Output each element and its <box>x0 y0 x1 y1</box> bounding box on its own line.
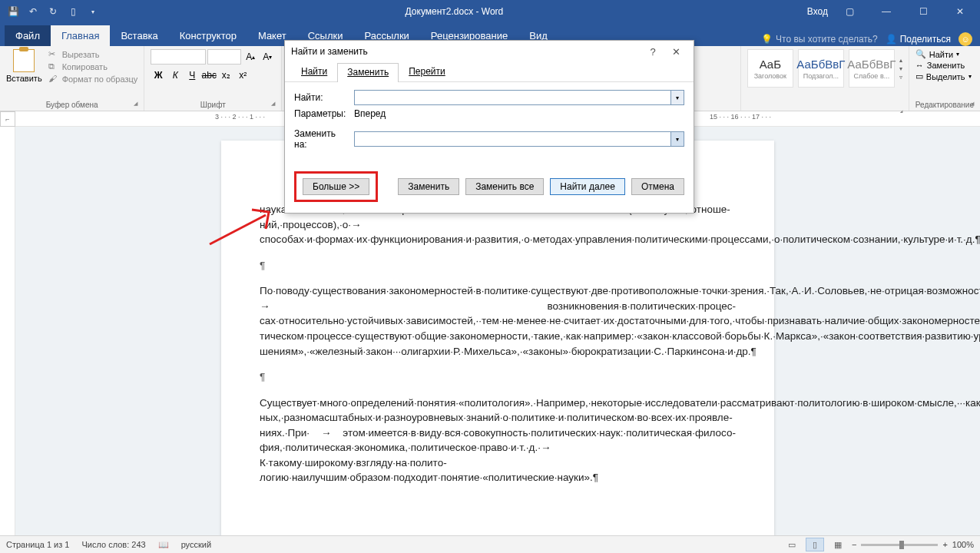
feedback-icon[interactable]: ☺ <box>958 32 972 46</box>
view-read-mode-icon[interactable]: ▭ <box>783 538 801 551</box>
scissors-icon: ✂ <box>48 49 59 60</box>
paragraph-3[interactable]: Существует·много·определений·понятия·«по… <box>260 396 736 485</box>
superscript-button[interactable]: x² <box>235 68 250 83</box>
group-font-title: Шрифт <box>151 99 275 111</box>
view-print-layout-icon[interactable]: ▯ <box>806 538 824 551</box>
close-window-icon[interactable]: ✕ <box>945 3 975 20</box>
ruler-corner[interactable]: ⌐ <box>0 111 15 127</box>
dialog-tabs: Найти Заменить Перейти <box>285 62 694 82</box>
group-font: A▴ A▾ Ж К Ч abc x₂ x² Шрифт <box>144 46 282 111</box>
group-clipboard: Вставить ✂Вырезать ⧉Копировать 🖌Формат п… <box>0 46 144 111</box>
subscript-button[interactable]: x₂ <box>218 68 233 83</box>
document-title: Документ2.docx - Word <box>101 6 807 17</box>
empty-paragraph-2[interactable]: ¶ <box>260 369 736 385</box>
empty-paragraph-1[interactable]: ¶ <box>260 258 736 273</box>
more-options-button[interactable]: Больше >> <box>303 178 369 195</box>
select-label: Выделить <box>926 72 965 81</box>
copy-label: Копировать <box>62 62 108 71</box>
grow-font-button[interactable]: A▴ <box>243 49 258 65</box>
format-painter-button[interactable]: 🖌Формат по образцу <box>48 74 138 84</box>
group-clipboard-title: Буфер обмена <box>6 99 137 111</box>
status-proofing-icon[interactable]: 📖 <box>158 540 169 550</box>
replace-all-button[interactable]: Заменить все <box>465 178 544 195</box>
new-doc-icon[interactable]: ▯ <box>65 3 81 20</box>
styles-gallery-more-icon[interactable]: ▴▾▿ <box>899 57 902 81</box>
select-icon: ▭ <box>915 71 923 81</box>
style-subtle-label: Слабое в... <box>853 72 889 80</box>
tell-me-placeholder: Что вы хотите сделать? <box>776 34 878 45</box>
bold-button[interactable]: Ж <box>151 68 166 83</box>
zoom-slider[interactable] <box>861 544 938 546</box>
paragraph-2[interactable]: По·поводу·существования·закономерностей·… <box>260 283 736 359</box>
ruler-right-marks: 15 · · · 16 · · · 17 · · · <box>710 113 771 121</box>
params-label: Параметры: <box>294 108 349 119</box>
status-language[interactable]: русский <box>181 540 211 549</box>
dialog-titlebar[interactable]: Найти и заменить ? ✕ <box>285 41 694 62</box>
group-editing-title: Редактирование <box>915 99 974 111</box>
font-size-combo[interactable] <box>207 49 241 65</box>
dialog-tab-find[interactable]: Найти <box>291 62 337 81</box>
status-bar: Страница 1 из 1 Число слов: 243 📖 русски… <box>0 535 980 553</box>
style-subheading[interactable]: АаБбВвГПодзагол... <box>798 49 844 88</box>
quick-access-toolbar: 💾 ↶ ↻ ▯ ▾ <box>5 3 101 20</box>
find-icon: 🔍 <box>915 49 926 59</box>
group-styles: АаБЗаголовок АаБбВвГПодзагол... АаБбВвГС… <box>741 46 909 111</box>
style-subtle[interactable]: АаБбВвГСлабое в... <box>849 49 895 88</box>
tab-design[interactable]: Конструктор <box>169 25 247 46</box>
font-family-combo[interactable] <box>151 49 206 65</box>
cancel-button[interactable]: Отмена <box>631 178 684 195</box>
status-word-count[interactable]: Число слов: 243 <box>81 540 145 549</box>
vertical-ruler[interactable] <box>0 127 15 536</box>
zoom-in-button[interactable]: + <box>942 540 947 549</box>
copy-button[interactable]: ⧉Копировать <box>48 61 138 72</box>
replace-icon: ↔ <box>915 61 924 70</box>
zoom-level[interactable]: 100% <box>952 540 974 549</box>
share-label: Поделиться <box>900 34 951 45</box>
tell-me-search[interactable]: 💡 Что вы хотите сделать? <box>761 34 878 45</box>
find-next-button[interactable]: Найти далее <box>550 178 625 195</box>
dialog-tab-replace[interactable]: Заменить <box>337 63 399 82</box>
tab-file[interactable]: Файл <box>5 25 51 46</box>
strike-button[interactable]: abc <box>201 68 217 83</box>
paste-label: Вставить <box>6 74 42 83</box>
underline-button[interactable]: Ч <box>184 68 200 83</box>
replace-input[interactable] <box>354 131 670 147</box>
status-page[interactable]: Страница 1 из 1 <box>6 540 69 549</box>
shrink-font-button[interactable]: A▾ <box>260 49 275 65</box>
find-button[interactable]: 🔍Найти▾ <box>915 49 974 59</box>
zoom-out-button[interactable]: − <box>852 540 856 549</box>
signin-button[interactable]: Вход <box>807 6 828 17</box>
paste-icon <box>13 49 35 72</box>
replace-label: Заменить <box>927 61 965 70</box>
redo-icon[interactable]: ↻ <box>45 3 61 20</box>
dialog-tab-goto[interactable]: Перейти <box>399 62 455 81</box>
replace-button[interactable]: Заменить <box>398 178 459 195</box>
minimize-icon[interactable]: — <box>871 3 902 20</box>
replace-history-dropdown-icon[interactable]: ▾ <box>670 131 684 147</box>
style-sub-label: Подзагол... <box>803 72 839 80</box>
select-button[interactable]: ▭Выделить▾ <box>915 71 974 81</box>
style-heading[interactable]: АаБЗаголовок <box>747 49 793 88</box>
ribbon-display-icon[interactable]: ▢ <box>834 3 865 20</box>
share-button[interactable]: 👤 Поделиться <box>886 34 951 45</box>
dialog-close-icon[interactable]: ✕ <box>664 42 687 61</box>
cut-button[interactable]: ✂Вырезать <box>48 49 138 60</box>
undo-icon[interactable]: ↶ <box>25 3 41 20</box>
tab-insert[interactable]: Вставка <box>110 25 168 46</box>
tab-home[interactable]: Главная <box>51 25 110 46</box>
view-web-layout-icon[interactable]: ▦ <box>829 538 847 551</box>
save-icon[interactable]: 💾 <box>5 3 22 20</box>
italic-button[interactable]: К <box>167 68 183 83</box>
style-heading-label: Заголовок <box>754 72 786 80</box>
dialog-help-icon[interactable]: ? <box>641 42 664 61</box>
qat-customize-icon[interactable]: ▾ <box>84 3 101 20</box>
params-value: Вперед <box>354 108 386 119</box>
paste-button[interactable]: Вставить <box>6 49 42 84</box>
maximize-icon[interactable]: ☐ <box>908 3 939 20</box>
find-input[interactable] <box>354 90 670 105</box>
replace-ribbon-button[interactable]: ↔Заменить <box>915 61 974 70</box>
dialog-footer: Больше >> Заменить Заменить все Найти да… <box>285 162 694 213</box>
find-history-dropdown-icon[interactable]: ▾ <box>670 90 684 105</box>
find-label: Найти: <box>294 92 349 103</box>
annotation-highlight-box: Больше >> <box>294 171 378 202</box>
